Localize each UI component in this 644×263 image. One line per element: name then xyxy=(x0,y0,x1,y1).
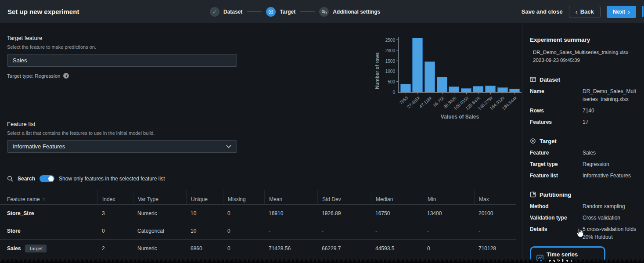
table-cell: 2 xyxy=(97,245,133,252)
info-icon[interactable]: i xyxy=(63,73,69,79)
table-row[interactable]: Store_Size3Numeric100169101926.891675013… xyxy=(0,205,516,222)
back-button[interactable]: ‹ Back xyxy=(569,6,601,18)
summary-sections: DatasetNameDR_Demo_Sales_Multiseries_tra… xyxy=(530,76,637,241)
x-tick-mark xyxy=(514,93,515,94)
histogram-bar xyxy=(400,84,411,92)
column-header-label: Missing xyxy=(228,196,246,202)
table-cell: 16750 xyxy=(371,210,423,216)
summary-row-label: Details xyxy=(530,225,583,241)
x-tick-mark xyxy=(490,93,491,94)
histogram-slot: 145.279k xyxy=(484,37,496,92)
histogram-bar xyxy=(473,86,483,92)
summary-row-value: Informative Features xyxy=(583,172,637,180)
y-tick-mark xyxy=(396,50,398,50)
page-title: Set up new experiment xyxy=(0,8,79,15)
table-cell: 0 xyxy=(97,228,133,234)
table-cell: - xyxy=(423,228,474,234)
summary-row: Features17 xyxy=(530,118,637,126)
y-tick-label: 500 xyxy=(388,79,395,84)
summary-row-value: Regression xyxy=(583,160,637,168)
summary-row-value: Cross-validation xyxy=(583,214,637,222)
step-additional-settings-label: Additional settings xyxy=(333,9,380,15)
feature-list-select[interactable]: Informative Features xyxy=(7,140,237,153)
back-chevron-icon: ‹ xyxy=(576,8,578,15)
x-tick-mark xyxy=(466,93,467,94)
toggle-knob xyxy=(48,176,54,181)
column-header-missing[interactable]: Missing xyxy=(223,190,264,204)
target-feature-label: Target feature xyxy=(7,35,237,41)
column-header-max[interactable]: Max xyxy=(474,190,516,204)
scrollbar-thumb[interactable] xyxy=(642,6,644,17)
column-header-min[interactable]: Min xyxy=(423,190,474,204)
summary-row-value: 5 cross-validation folds 20% Holdout xyxy=(583,225,637,241)
table-cell: Categorical xyxy=(133,228,186,234)
column-header-label: Min xyxy=(428,196,436,202)
screenshot-torn-edge xyxy=(0,259,644,263)
column-header-std-dev[interactable]: Std Dev xyxy=(317,190,371,204)
step-dataset[interactable]: ✓ Dataset xyxy=(210,7,242,17)
column-header-unique[interactable]: Unique xyxy=(186,190,223,204)
summary-row-label: Method xyxy=(530,202,583,210)
search-icon[interactable] xyxy=(7,176,13,182)
summary-row-value: Random sampling xyxy=(583,202,637,210)
section-title: Dataset xyxy=(540,76,560,83)
save-and-close-button[interactable]: Save and close xyxy=(522,8,563,15)
next-button[interactable]: Next › xyxy=(607,6,636,18)
table-row[interactable]: Store0Categorical100----- xyxy=(0,222,516,240)
histogram-slot: 47.118k xyxy=(424,37,436,92)
step-target[interactable]: Target xyxy=(266,7,295,17)
table-cell: 1926.89 xyxy=(317,210,371,216)
target-type-note: Target type: Regression i xyxy=(7,73,237,79)
table-cell: 0 xyxy=(423,245,474,252)
feature-name-cell: SalesTarget xyxy=(7,245,97,252)
sort-ascending-icon: ↑ xyxy=(43,196,45,202)
table-cell: - xyxy=(264,228,317,234)
target-feature-block: Target feature Select the feature to mak… xyxy=(7,35,237,79)
summary-row-label: Validation type xyxy=(530,214,583,222)
summary-row-value: 17 xyxy=(583,118,637,126)
step-connector xyxy=(247,11,262,12)
histogram-bar xyxy=(485,86,496,92)
step-additional-settings[interactable]: ⚙⚙ Additional settings xyxy=(319,7,380,17)
column-header-mean[interactable]: Mean xyxy=(264,190,317,204)
dataset-step-done-icon: ✓ xyxy=(210,7,219,17)
column-header-label: Unique xyxy=(191,196,208,202)
summary-row: MethodRandom sampling xyxy=(530,202,637,210)
x-tick-label: 7853 xyxy=(398,95,409,105)
feature-list-filter-toggle[interactable] xyxy=(40,175,54,182)
x-tick-mark xyxy=(478,93,479,94)
y-tick-label: 1500 xyxy=(385,59,395,64)
target-feature-input[interactable]: Sales xyxy=(7,54,237,67)
table-cell: 71428.56 xyxy=(264,245,317,252)
section-header: Partitioning xyxy=(530,191,637,198)
column-header-median[interactable]: Median xyxy=(371,190,423,204)
table-cell: Numeric xyxy=(133,210,186,216)
summary-row: Target typeRegression xyxy=(530,160,637,168)
histogram-bar xyxy=(497,87,508,92)
column-header-feature-name[interactable]: Feature name↑ xyxy=(7,190,97,204)
table-cell: - xyxy=(474,228,516,234)
search-label[interactable]: Search xyxy=(18,176,35,182)
section-rows: NameDR_Demo_Sales_Multiseries_training.x… xyxy=(530,87,637,126)
column-header-index[interactable]: Index xyxy=(97,190,133,204)
table-row[interactable]: SalesTarget2Numeric6860071428.5666229.74… xyxy=(0,240,516,257)
histogram-slot: 164.912k xyxy=(496,37,509,92)
table-cell: 0 xyxy=(223,210,264,216)
x-tick-mark xyxy=(503,93,503,94)
column-header-label: Std Dev xyxy=(322,196,341,202)
summary-section-target: TargetFeatureSalesTarget typeRegressionF… xyxy=(530,138,637,180)
table-cell: 10 xyxy=(186,228,223,234)
table-cell: - xyxy=(317,228,371,234)
summary-row: FeatureSales xyxy=(530,149,637,157)
y-tick-label: 2000 xyxy=(385,48,395,53)
column-header-var-type[interactable]: Var Type xyxy=(133,190,186,204)
next-chevron-icon: › xyxy=(628,8,630,15)
x-axis-title: Values of Sales xyxy=(398,114,522,120)
summary-row-value: Sales xyxy=(583,149,637,157)
summary-row-value: DR_Demo_Sales_Multiseries_training.xlsx xyxy=(583,87,637,103)
step-connector xyxy=(300,11,315,12)
project-name: DR_Demo_Sales_Multiseries_training.xlsx … xyxy=(530,49,634,65)
summary-row-label: Features xyxy=(530,118,583,126)
x-tick-mark xyxy=(417,93,418,94)
table-cell: 16910 xyxy=(264,210,317,216)
